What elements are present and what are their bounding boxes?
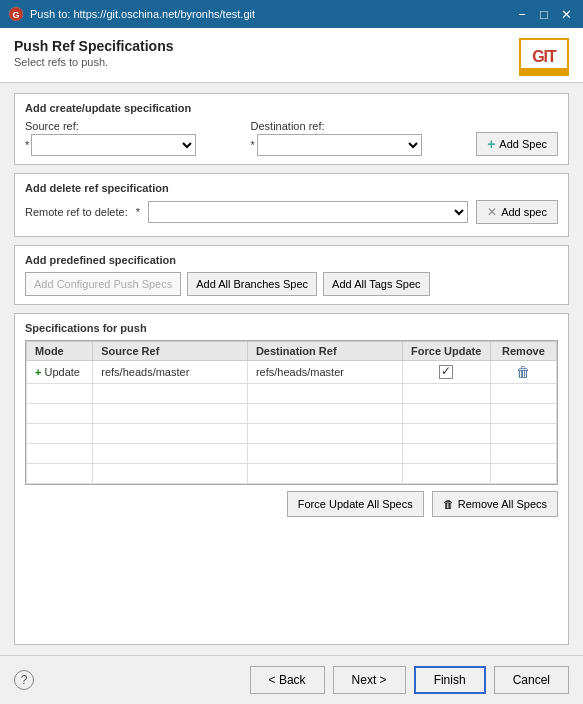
- dialog-header: Push Ref Specifications Select refs to p…: [0, 28, 583, 83]
- back-button[interactable]: < Back: [250, 666, 325, 694]
- force-update-checkbox[interactable]: [439, 365, 453, 379]
- title-bar-left: G Push to: https://git.oschina.net/byron…: [8, 6, 255, 22]
- col-mode: Mode: [27, 342, 93, 361]
- predefined-buttons: Add Configured Push Specs Add All Branch…: [25, 272, 558, 296]
- specs-for-push-title: Specifications for push: [25, 322, 558, 334]
- next-button[interactable]: Next >: [333, 666, 406, 694]
- trash-icon: ✕: [487, 205, 497, 219]
- delete-ref-section: Add delete ref specification Remote ref …: [14, 173, 569, 237]
- add-spec-label: Add Spec: [499, 138, 547, 150]
- source-ref-group: Source ref: *: [25, 120, 235, 156]
- maximize-button[interactable]: □: [535, 5, 553, 23]
- remote-prefix: *: [136, 206, 140, 218]
- remove-cell[interactable]: 🗑: [490, 361, 556, 384]
- create-update-form: Source ref: * Destination ref: *: [25, 120, 558, 156]
- minimize-button[interactable]: −: [513, 5, 531, 23]
- add-all-branches-spec-button[interactable]: Add All Branches Spec: [187, 272, 317, 296]
- col-force-update: Force Update: [402, 342, 490, 361]
- git-icon: G: [8, 6, 24, 22]
- bottom-bar: ? < Back Next > Finish Cancel: [0, 655, 583, 704]
- finish-button[interactable]: Finish: [414, 666, 486, 694]
- dest-ref-group: Destination ref: *: [251, 120, 461, 156]
- remote-label: Remote ref to delete:: [25, 206, 128, 218]
- dialog-subtitle: Select refs to push.: [14, 56, 173, 68]
- dialog-header-left: Push Ref Specifications Select refs to p…: [14, 38, 173, 68]
- cancel-button[interactable]: Cancel: [494, 666, 569, 694]
- delete-ref-form: Remote ref to delete: * ✕ Add spec: [25, 200, 558, 224]
- force-update-all-label: Force Update All Specs: [298, 498, 413, 510]
- force-update-all-specs-button[interactable]: Force Update All Specs: [287, 491, 424, 517]
- source-prefix: *: [25, 139, 29, 151]
- mode-add-icon: +: [35, 366, 41, 378]
- dest-label: Destination ref:: [251, 120, 461, 132]
- title-bar-controls: − □ ✕: [513, 5, 575, 23]
- dest-input-group: *: [251, 134, 461, 156]
- source-input-group: *: [25, 134, 235, 156]
- empty-table-row: [27, 384, 557, 404]
- force-update-cell[interactable]: [402, 361, 490, 384]
- table-header-row: Mode Source Ref Destination Ref Force Up…: [27, 342, 557, 361]
- col-dest-ref: Destination Ref: [247, 342, 402, 361]
- git-logo: GIT: [519, 38, 569, 76]
- main-area: Add create/update specification Source r…: [0, 83, 583, 655]
- help-button[interactable]: ?: [14, 670, 34, 690]
- specs-for-push-section: Specifications for push Mode Source Ref …: [14, 313, 569, 645]
- mode-cell: + Update: [27, 361, 93, 384]
- source-label: Source ref:: [25, 120, 235, 132]
- remove-row-button[interactable]: 🗑: [516, 364, 530, 380]
- source-ref-select[interactable]: [31, 134, 196, 156]
- create-update-section: Add create/update specification Source r…: [14, 93, 569, 165]
- dest-ref-select[interactable]: [257, 134, 422, 156]
- add-spec-button[interactable]: + Add Spec: [476, 132, 558, 156]
- predefined-title: Add predefined specification: [25, 254, 558, 266]
- remove-all-label: Remove All Specs: [458, 498, 547, 510]
- remove-all-specs-button[interactable]: 🗑 Remove All Specs: [432, 491, 558, 517]
- col-source-ref: Source Ref: [93, 342, 248, 361]
- create-update-title: Add create/update specification: [25, 102, 558, 114]
- empty-table-row: [27, 444, 557, 464]
- empty-table-row: [27, 424, 557, 444]
- close-button[interactable]: ✕: [557, 5, 575, 23]
- empty-table-row: [27, 464, 557, 484]
- specs-table: Mode Source Ref Destination Ref Force Up…: [26, 341, 557, 484]
- plus-icon: +: [487, 136, 495, 152]
- title-bar: G Push to: https://git.oschina.net/byron…: [0, 0, 583, 28]
- add-configured-push-specs-button[interactable]: Add Configured Push Specs: [25, 272, 181, 296]
- dest-ref-cell: refs/heads/master: [247, 361, 402, 384]
- add-all-tags-spec-button[interactable]: Add All Tags Spec: [323, 272, 429, 296]
- specs-table-wrapper: Mode Source Ref Destination Ref Force Up…: [25, 340, 558, 485]
- specs-actions: Force Update All Specs 🗑 Remove All Spec…: [25, 491, 558, 517]
- delete-ref-title: Add delete ref specification: [25, 182, 558, 194]
- dialog-title: Push Ref Specifications: [14, 38, 173, 54]
- svg-text:G: G: [12, 10, 19, 20]
- dest-prefix: *: [251, 139, 255, 151]
- predefined-section: Add predefined specification Add Configu…: [14, 245, 569, 305]
- add-delete-spec-label: Add spec: [501, 206, 547, 218]
- git-logo-text: GIT: [532, 48, 556, 66]
- source-ref-cell: refs/heads/master: [93, 361, 248, 384]
- remove-all-icon: 🗑: [443, 498, 454, 510]
- table-row: + Updaterefs/heads/masterrefs/heads/mast…: [27, 361, 557, 384]
- bottom-nav: < Back Next > Finish Cancel: [250, 666, 569, 694]
- remote-ref-select[interactable]: [148, 201, 468, 223]
- col-remove: Remove: [490, 342, 556, 361]
- add-delete-spec-button[interactable]: ✕ Add spec: [476, 200, 558, 224]
- empty-table-row: [27, 404, 557, 424]
- git-logo-bar: [521, 68, 567, 74]
- title-bar-text: Push to: https://git.oschina.net/byronhs…: [30, 8, 255, 20]
- add-spec-btn-wrapper: + Add Spec: [476, 132, 558, 156]
